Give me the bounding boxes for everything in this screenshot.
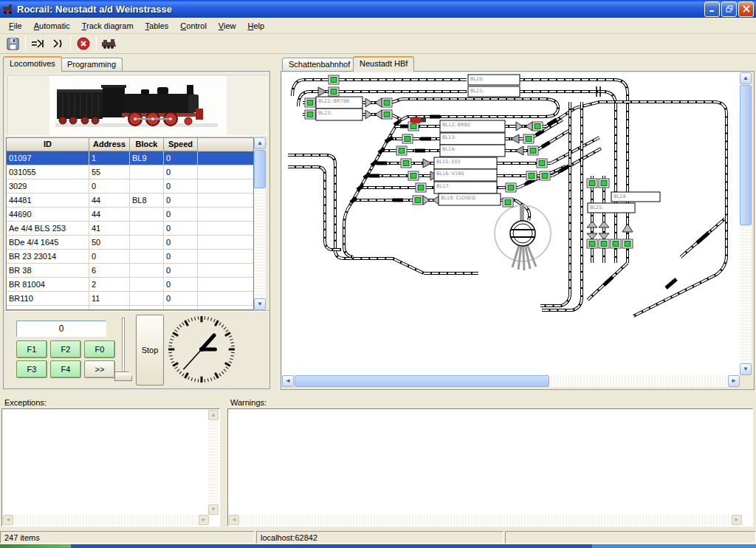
sensor-icon[interactable] <box>587 179 597 188</box>
sensor-icon[interactable] <box>402 134 413 143</box>
table-scrollbar[interactable]: ▲ ▼ <box>254 137 266 310</box>
tab-schattenbahnhof[interactable]: Schattenbahnhof <box>282 58 357 72</box>
menu-track-diagram[interactable]: Track diagram <box>76 19 140 32</box>
diagram-vscroll-thumb[interactable] <box>740 85 752 225</box>
sensor-icon[interactable] <box>599 239 609 248</box>
speed-slider-handle[interactable] <box>114 371 132 381</box>
f1-button[interactable]: F1 <box>16 340 47 358</box>
tab-locomotives[interactable]: Locomotives <box>3 56 62 72</box>
minimize-button[interactable] <box>704 1 720 17</box>
stop-button[interactable]: Stop <box>136 315 164 386</box>
sensor-icon[interactable] <box>503 198 513 207</box>
taskbar-start-fragment[interactable] <box>0 544 71 548</box>
table-row[interactable]: 010971BL90 <box>7 151 253 165</box>
sensor-icon[interactable] <box>523 134 534 143</box>
arrow-right-icon[interactable] <box>423 159 431 168</box>
column-header-block[interactable]: Block <box>130 138 164 151</box>
signal-icon[interactable] <box>587 233 597 239</box>
scroll-right-icon[interactable]: ► <box>732 515 742 525</box>
sensor-icon[interactable] <box>526 171 537 180</box>
locomotive-icon[interactable] <box>100 35 118 52</box>
menu-automatic[interactable]: Automatic <box>28 19 76 32</box>
table-row[interactable]: 44690440 <box>7 208 253 222</box>
diagram-hscroll-thumb[interactable] <box>295 375 549 387</box>
table-row[interactable]: BR 23 2301400 <box>7 250 253 264</box>
diagram-vscrollbar[interactable]: ▲ ▼ <box>740 72 752 375</box>
sensor-icon[interactable] <box>329 87 339 96</box>
speed-slider-track[interactable] <box>122 318 125 375</box>
scroll-up-icon[interactable]: ▲ <box>208 410 219 420</box>
table-row[interactable]: BR110110 <box>7 292 253 306</box>
warnings-list[interactable]: ◄ ► <box>227 408 753 527</box>
table-row[interactable]: BDe 4/4 1645500 <box>7 236 253 250</box>
arrow-right-icon[interactable] <box>318 87 326 96</box>
sensor-icon[interactable] <box>622 239 633 248</box>
f3-button[interactable]: F3 <box>16 360 47 378</box>
sensor-icon[interactable] <box>382 110 392 119</box>
signal-pair-icon[interactable] <box>375 98 382 107</box>
arrow-left-icon[interactable] <box>511 134 519 143</box>
table-row[interactable]: 031055550 <box>7 165 253 179</box>
signal-pair-icon[interactable] <box>526 122 532 131</box>
sensor-icon[interactable] <box>537 159 547 168</box>
signal-icon[interactable] <box>599 222 609 227</box>
tab-neustadt-hbf[interactable]: Neustadt HBf <box>353 56 414 72</box>
sensor-icon[interactable] <box>413 196 423 205</box>
sensor-icon[interactable] <box>408 122 419 131</box>
connect-icon[interactable] <box>30 35 47 52</box>
more-functions-button[interactable]: >> <box>84 360 115 378</box>
menu-tables[interactable]: Tables <box>140 19 175 32</box>
signal-pair-icon[interactable] <box>365 110 372 119</box>
scroll-up-icon[interactable]: ▲ <box>254 137 266 149</box>
scroll-down-icon[interactable]: ▼ <box>254 298 266 310</box>
menu-control[interactable]: Control <box>174 19 212 32</box>
f4-button[interactable]: F4 <box>50 360 81 378</box>
table-row[interactable]: BR 8100420 <box>7 278 253 292</box>
close-button[interactable] <box>738 1 754 17</box>
diagram-hscrollbar[interactable]: ◄ ► <box>282 375 740 387</box>
sensor-icon[interactable] <box>305 110 315 119</box>
scroll-down-icon[interactable]: ▼ <box>740 363 752 375</box>
locomotive-table[interactable]: ID Address Block Speed 010971BL900310555… <box>6 137 254 310</box>
signal-pair-icon[interactable] <box>516 122 523 131</box>
scroll-left-icon[interactable]: ◄ <box>3 515 13 525</box>
exceptions-list[interactable]: ▲ ▼ ◄ ► <box>1 408 220 527</box>
arrow-left-icon[interactable] <box>515 146 523 155</box>
scroll-right-icon[interactable]: ► <box>199 515 209 525</box>
sensor-icon[interactable] <box>401 159 411 168</box>
power-off-icon[interactable] <box>75 35 92 52</box>
menu-file[interactable]: File <box>3 19 28 32</box>
table-row[interactable]: BR1205BL60 <box>7 306 253 310</box>
sensor-icon[interactable] <box>532 122 543 131</box>
scroll-up-icon[interactable]: ▲ <box>740 72 752 84</box>
speed-display[interactable]: 0 <box>16 321 106 337</box>
disconnect-icon[interactable] <box>49 35 66 52</box>
menu-help[interactable]: Help <box>242 19 271 32</box>
scroll-right-icon[interactable]: ► <box>728 375 740 387</box>
scroll-left-icon[interactable]: ◄ <box>282 375 294 387</box>
sensor-icon[interactable] <box>305 98 315 107</box>
f0-button[interactable]: F0 <box>84 340 115 358</box>
scroll-down-icon[interactable]: ▼ <box>208 504 219 515</box>
table-row[interactable]: BR 3860 <box>7 264 253 278</box>
turntable[interactable] <box>510 221 535 246</box>
sensor-icon[interactable] <box>528 146 538 155</box>
sensor-icon[interactable] <box>396 146 407 155</box>
red-signal-icon[interactable] <box>410 117 422 123</box>
f2-button[interactable]: F2 <box>50 340 81 358</box>
sensor-icon[interactable] <box>587 239 597 248</box>
sensor-icon[interactable] <box>611 239 621 248</box>
sensor-icon[interactable] <box>329 75 339 84</box>
sensor-icon[interactable] <box>382 98 392 107</box>
signal-pair-icon[interactable] <box>423 196 430 205</box>
signal-icon[interactable] <box>622 224 633 232</box>
track-diagram-canvas[interactable]: BL20:BL21:BL22: BR798BL23:BL12: BR80BL13… <box>282 72 740 375</box>
sensor-icon[interactable] <box>540 171 550 180</box>
sensor-icon[interactable] <box>599 179 609 188</box>
tab-programming[interactable]: Programming <box>61 58 123 72</box>
sensor-icon[interactable] <box>416 183 426 192</box>
column-header-id[interactable]: ID <box>7 138 89 151</box>
signal-pair-icon[interactable] <box>365 98 372 107</box>
save-icon[interactable] <box>4 35 21 52</box>
sensor-icon[interactable] <box>506 183 516 192</box>
